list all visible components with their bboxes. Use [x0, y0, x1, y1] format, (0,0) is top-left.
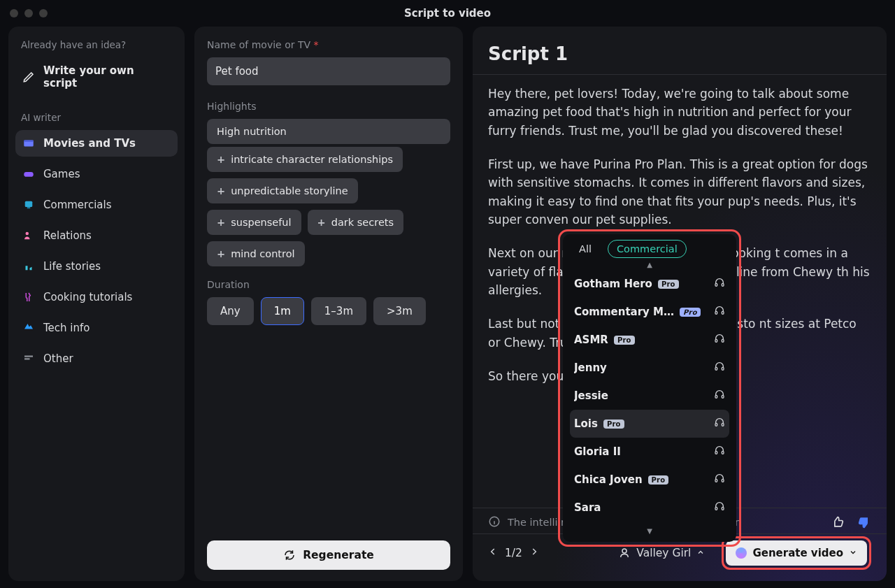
sidebar-item-label: Relations	[43, 229, 92, 242]
svg-rect-1	[24, 141, 34, 142]
form-panel: Name of movie or TV * Highlights High nu…	[194, 27, 463, 581]
headphones-icon[interactable]	[714, 305, 725, 319]
svg-rect-12	[715, 311, 717, 314]
svg-rect-18	[715, 395, 717, 398]
plus-icon: +	[217, 154, 225, 165]
duration-option[interactable]: >3m	[373, 297, 426, 325]
suggestion-chip[interactable]: +intricate character relationships	[207, 147, 403, 172]
svg-rect-14	[715, 339, 717, 342]
sidebar-item-label: Tech info	[43, 322, 90, 334]
movies-icon	[22, 137, 35, 150]
svg-rect-7	[24, 358, 30, 359]
info-icon	[488, 515, 501, 532]
voice-option[interactable]: Chica Joven Pro	[570, 466, 729, 494]
headphones-icon[interactable]	[714, 389, 725, 403]
traffic-close[interactable]	[10, 9, 18, 17]
suggestion-chip[interactable]: +suspenseful	[207, 210, 301, 235]
pager-prev[interactable]	[488, 547, 498, 559]
write-own-label: Write your own script	[43, 64, 171, 89]
dd-tab-commercial[interactable]: Commercial	[608, 240, 687, 258]
headphones-icon[interactable]	[714, 417, 725, 431]
other-icon	[22, 352, 35, 365]
sparkle-icon	[736, 547, 747, 559]
sidebar-item-other[interactable]: Other	[15, 345, 178, 372]
headphones-icon[interactable]	[714, 473, 725, 487]
sidebar-item-life-stories[interactable]: Life stories	[15, 253, 178, 280]
write-own-script[interactable]: Write your own script	[15, 57, 178, 96]
duration-option[interactable]: 1m	[261, 297, 304, 325]
pager-next[interactable]	[529, 547, 539, 559]
scroll-up-indicator: ▲	[570, 261, 729, 268]
voice-name: Sara	[574, 501, 601, 514]
headphones-icon[interactable]	[714, 361, 725, 375]
plus-icon: +	[217, 185, 225, 196]
svg-rect-15	[722, 339, 724, 342]
idea-heading: Already have an idea?	[21, 39, 172, 50]
games-icon	[22, 168, 35, 180]
refresh-icon	[283, 549, 296, 561]
plus-icon: +	[217, 217, 225, 228]
svg-rect-19	[722, 395, 724, 398]
chevron-down-icon	[849, 547, 857, 559]
voice-option[interactable]: Sara	[570, 494, 729, 522]
chip-label: unpredictable storyline	[231, 185, 348, 196]
voice-option[interactable]: Lois Pro	[570, 410, 729, 438]
voice-name: Commentary M…	[574, 306, 674, 318]
voice-option[interactable]: Jessie	[570, 382, 729, 410]
sidebar-item-label: Games	[43, 168, 80, 180]
suggestion-chip[interactable]: +dark secrets	[308, 210, 403, 235]
sidebar-item-label: Life stories	[43, 260, 101, 273]
voice-dropdown[interactable]: All Commercial ▲ Gotham Hero ProCommenta…	[563, 234, 736, 542]
voice-picker[interactable]: Valley Girl	[618, 547, 705, 559]
highlights-label: Highlights	[207, 101, 450, 112]
pencil-icon	[22, 71, 35, 83]
svg-rect-23	[722, 451, 724, 454]
headphones-icon[interactable]	[714, 445, 725, 459]
headphones-icon[interactable]	[714, 501, 725, 515]
svg-rect-2	[24, 172, 34, 177]
chip-label: dark secrets	[331, 217, 394, 228]
traffic-max[interactable]	[39, 9, 48, 17]
voice-option[interactable]: Gotham Hero Pro	[570, 270, 729, 298]
voice-option[interactable]: Davis	[570, 522, 729, 527]
sidebar-item-commercials[interactable]: Commercials	[15, 192, 178, 218]
duration-option[interactable]: Any	[207, 297, 254, 325]
titlebar: Script to video	[0, 0, 895, 27]
voice-option[interactable]: ASMR Pro	[570, 326, 729, 354]
movie-name-input[interactable]	[207, 57, 450, 85]
voice-selected: Valley Girl	[636, 547, 691, 559]
window-title: Script to video	[0, 7, 895, 20]
svg-rect-11	[722, 283, 724, 286]
sidebar-item-relations[interactable]: Relations	[15, 222, 178, 249]
sidebar-item-movies[interactable]: Movies and TVs	[15, 130, 178, 157]
generate-video-button[interactable]: Generate video	[726, 540, 867, 566]
life-stories-icon	[22, 260, 35, 273]
voice-option[interactable]: Jenny	[570, 354, 729, 382]
headphones-icon[interactable]	[714, 277, 725, 291]
suggestion-chip[interactable]: +mind control	[207, 241, 305, 266]
pro-badge: Pro	[658, 280, 679, 289]
thumbs-up-button[interactable]	[831, 515, 845, 533]
thumbs-down-button[interactable]	[857, 515, 871, 533]
script-paragraph: Hey there, pet lovers! Today, we're goin…	[488, 85, 871, 140]
pro-badge: Pro	[680, 308, 701, 317]
voice-option[interactable]: Gloria II	[570, 438, 729, 466]
voice-option[interactable]: Commentary M… Pro	[570, 298, 729, 326]
plus-icon: +	[317, 217, 326, 228]
highlight-primary-chip[interactable]: High nutrition	[207, 119, 450, 144]
voice-dropdown-highlight: All Commercial ▲ Gotham Hero ProCommenta…	[558, 229, 741, 547]
sidebar-item-cooking[interactable]: Cooking tutorials	[15, 284, 178, 310]
sidebar-item-games[interactable]: Games	[15, 161, 178, 187]
suggestion-chip[interactable]: +unpredictable storyline	[207, 178, 358, 203]
script-title: Script 1	[488, 43, 871, 64]
regenerate-button[interactable]: Regenerate	[207, 540, 450, 570]
sidebar-item-tech[interactable]: Tech info	[15, 315, 178, 341]
pro-badge: Pro	[603, 420, 624, 429]
svg-rect-4	[27, 207, 31, 208]
svg-rect-3	[25, 201, 33, 207]
duration-option[interactable]: 1–3m	[311, 297, 366, 325]
traffic-min[interactable]	[24, 9, 33, 17]
chip-label: High nutrition	[217, 126, 287, 137]
headphones-icon[interactable]	[714, 333, 725, 347]
dd-tab-all[interactable]: All	[570, 240, 601, 258]
